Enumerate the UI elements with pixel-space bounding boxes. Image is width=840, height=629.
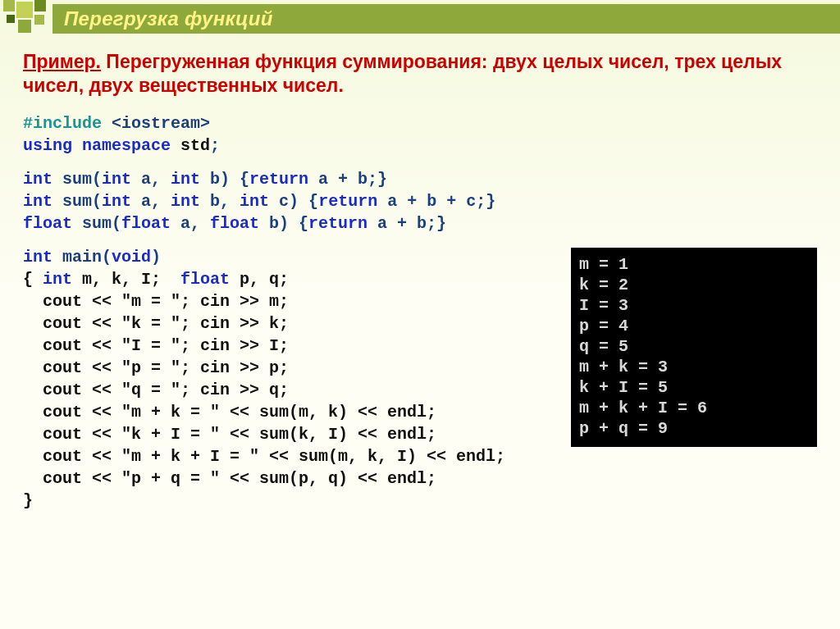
code-line-sum3: int sum(int a, int b, int c) {return a +… bbox=[23, 190, 817, 212]
console-output: m = 1 k = 2 I = 3 p = 4 q = 5 m + k = 3 … bbox=[571, 248, 817, 447]
code-line: cout << "k + I = " << sum(k, I) << endl; bbox=[23, 423, 561, 445]
slide: Перегрузка функций Пример. Перегруженная… bbox=[0, 0, 840, 629]
code-line-sum2: int sum(int a, int b) {return a + b;} bbox=[23, 168, 817, 190]
example-label: Пример. bbox=[23, 51, 101, 72]
code-line: cout << "m + k + I = " << sum(m, k, I) <… bbox=[23, 445, 561, 467]
code-line: cout << "k = "; cin >> k; bbox=[23, 312, 561, 335]
code-line: cout << "p + q = " << sum(p, q) << endl; bbox=[23, 467, 561, 490]
code-line-using: using namespace std; bbox=[23, 134, 817, 157]
code-line: cout << "q = "; cin >> q; bbox=[23, 379, 561, 401]
slide-title: Перегрузка функций bbox=[52, 4, 840, 34]
code-line-main: int main(void) bbox=[23, 246, 561, 268]
code-line-decl: { int m, k, I; float p, q; bbox=[23, 268, 561, 290]
code-line-close: } bbox=[23, 490, 561, 512]
logo-squares bbox=[3, 0, 52, 37]
example-text: Перегруженная функция суммирования: двух… bbox=[23, 51, 782, 96]
code-line: cout << "p = "; cin >> p; bbox=[23, 357, 561, 379]
code-line: cout << "I = "; cin >> I; bbox=[23, 335, 561, 357]
main-code: int main(void) { int m, k, I; float p, q… bbox=[23, 246, 561, 512]
code-line: cout << "m = "; cin >> m; bbox=[23, 290, 561, 312]
code-line-include: #include <iostream> bbox=[23, 112, 817, 134]
code-line: cout << "m + k = " << sum(m, k) << endl; bbox=[23, 401, 561, 423]
example-description: Пример. Перегруженная функция суммирован… bbox=[23, 50, 817, 98]
header: Перегрузка функций bbox=[0, 0, 840, 37]
code-line-sumf: float sum(float a, float b) {return a + … bbox=[23, 212, 817, 235]
content: Пример. Перегруженная функция суммирован… bbox=[0, 37, 840, 512]
